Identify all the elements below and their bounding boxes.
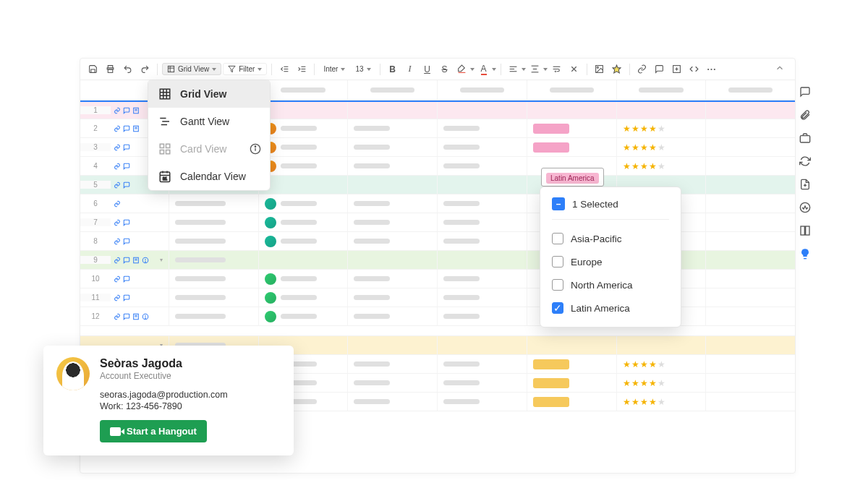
cell[interactable] xyxy=(705,176,795,194)
column-header[interactable] xyxy=(616,80,706,100)
indent-icon[interactable] xyxy=(294,61,310,77)
view-select[interactable]: Grid View xyxy=(162,63,221,75)
outdent-icon[interactable] xyxy=(276,61,292,77)
cell[interactable] xyxy=(437,393,527,411)
cell-rating[interactable]: ★★★★★ xyxy=(616,119,706,137)
cell[interactable] xyxy=(258,119,348,137)
cell[interactable] xyxy=(169,307,258,325)
cell[interactable] xyxy=(347,307,437,325)
valign-icon[interactable] xyxy=(527,61,543,77)
cell-rating[interactable] xyxy=(616,336,706,354)
cell[interactable] xyxy=(347,355,437,373)
cell-tag[interactable] xyxy=(527,355,616,373)
cell[interactable] xyxy=(705,138,795,156)
cell[interactable] xyxy=(258,176,348,194)
cell[interactable] xyxy=(437,307,527,325)
layout-icon[interactable] xyxy=(799,224,812,237)
cell[interactable] xyxy=(705,374,795,392)
cell-tag[interactable] xyxy=(527,138,616,156)
cell[interactable] xyxy=(705,355,795,373)
cell[interactable] xyxy=(347,232,437,250)
activity-icon[interactable] xyxy=(799,201,812,214)
image-icon[interactable] xyxy=(592,61,608,77)
font-family-select[interactable]: Inter xyxy=(319,64,349,74)
cell[interactable] xyxy=(437,157,527,175)
attachment-icon[interactable] xyxy=(799,108,812,121)
cell[interactable] xyxy=(437,119,527,137)
cell-rating[interactable] xyxy=(616,102,706,119)
cell[interactable] xyxy=(437,374,527,392)
italic-icon[interactable]: I xyxy=(402,61,418,77)
bold-icon[interactable]: B xyxy=(385,61,401,77)
cell[interactable] xyxy=(347,251,437,269)
code-icon[interactable] xyxy=(686,61,702,77)
column-header[interactable] xyxy=(705,80,795,100)
tag-cell-selected[interactable]: Latin America xyxy=(541,168,604,187)
cell[interactable] xyxy=(169,194,258,213)
column-header[interactable] xyxy=(258,80,348,100)
cell[interactable] xyxy=(258,157,348,175)
cell[interactable] xyxy=(347,336,437,354)
cell-rating[interactable]: ★★★★★ xyxy=(616,355,706,373)
cell[interactable] xyxy=(169,270,258,288)
cell[interactable] xyxy=(437,288,527,307)
view-item-calendar[interactable]: 31 Calendar View xyxy=(148,163,270,190)
cell[interactable] xyxy=(437,176,527,194)
cell[interactable] xyxy=(705,194,795,213)
collapse-toolbar-icon[interactable] xyxy=(775,63,788,76)
cell[interactable] xyxy=(347,138,437,156)
cell[interactable] xyxy=(347,102,437,119)
fill-color-icon[interactable] xyxy=(454,61,470,77)
chat-icon[interactable] xyxy=(799,85,812,98)
cell-tag[interactable] xyxy=(527,374,616,392)
cell-rating[interactable]: ★★★★★ xyxy=(616,157,706,175)
region-option[interactable]: Europe xyxy=(552,250,669,273)
table-row[interactable]: 10 xyxy=(80,270,795,288)
cell[interactable] xyxy=(258,102,348,119)
print-icon[interactable] xyxy=(102,61,118,77)
underline-icon[interactable]: U xyxy=(420,61,435,77)
region-option[interactable]: North America xyxy=(552,273,669,296)
cell[interactable] xyxy=(437,355,527,373)
cell-rating[interactable]: ★★★★★ xyxy=(616,393,706,411)
cell[interactable] xyxy=(258,307,348,325)
cell[interactable] xyxy=(258,232,348,250)
align-icon[interactable] xyxy=(506,61,522,77)
cell[interactable] xyxy=(705,119,795,137)
region-option[interactable]: ✓Latin America xyxy=(552,296,669,320)
table-row[interactable]: 12 xyxy=(80,307,795,326)
table-row[interactable]: 8 xyxy=(80,232,795,251)
save-icon[interactable] xyxy=(85,61,101,77)
cell[interactable] xyxy=(169,288,258,307)
cell-tag[interactable] xyxy=(527,336,616,354)
redo-icon[interactable] xyxy=(137,61,153,77)
start-hangout-button[interactable]: Start a Hangout xyxy=(100,420,207,442)
cell[interactable] xyxy=(705,336,795,354)
cell[interactable] xyxy=(258,138,348,156)
clear-format-icon[interactable] xyxy=(566,61,582,77)
cell[interactable] xyxy=(705,232,795,250)
strikethrough-icon[interactable]: S xyxy=(437,61,453,77)
cell[interactable] xyxy=(705,213,795,231)
cell[interactable] xyxy=(437,102,527,119)
cell[interactable] xyxy=(705,288,795,307)
cell[interactable] xyxy=(258,270,348,288)
cell[interactable] xyxy=(705,393,795,411)
cell[interactable] xyxy=(437,251,527,269)
cell[interactable] xyxy=(347,270,437,288)
cell[interactable] xyxy=(347,176,437,194)
cell[interactable] xyxy=(705,251,795,269)
cell[interactable] xyxy=(437,336,527,354)
cell-tag[interactable] xyxy=(527,119,616,137)
cell[interactable] xyxy=(347,157,437,175)
cell-tag[interactable] xyxy=(527,393,616,411)
table-row[interactable]: 6 xyxy=(80,194,795,213)
undo-icon[interactable] xyxy=(119,61,135,77)
cell[interactable] xyxy=(347,288,437,307)
cell-rating[interactable]: ★★★★★ xyxy=(616,138,706,156)
cell-rating[interactable]: ★★★★★ xyxy=(616,374,706,392)
cell[interactable] xyxy=(258,213,348,231)
cell[interactable] xyxy=(437,232,527,250)
more-icon[interactable] xyxy=(704,61,720,77)
cell[interactable] xyxy=(258,251,348,269)
